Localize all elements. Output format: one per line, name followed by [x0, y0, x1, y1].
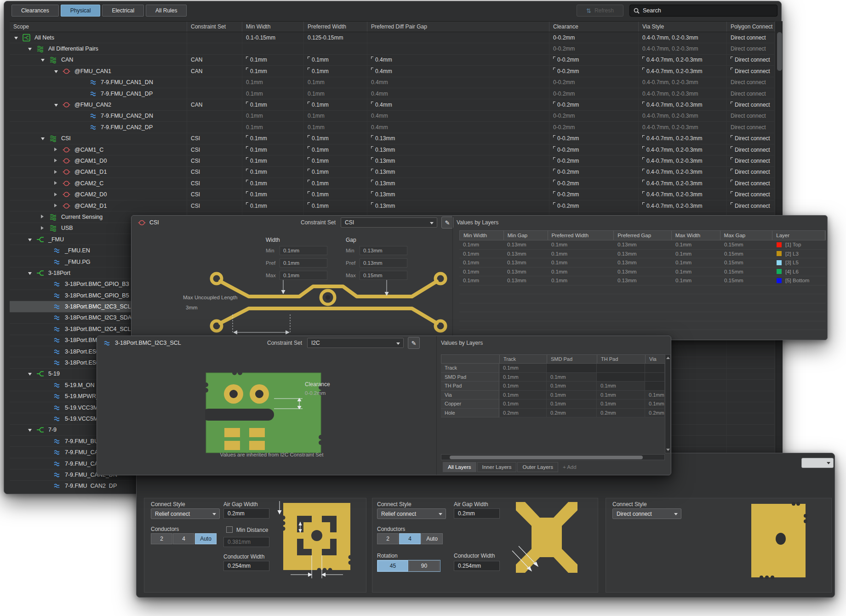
- segment-option-auto[interactable]: Auto: [421, 533, 443, 544]
- column-header[interactable]: Preferred Diff Pair Gap: [367, 22, 549, 32]
- cell-preferred-width[interactable]: 0.1mm: [304, 144, 367, 155]
- layer-value-cell[interactable]: 0.13mm: [503, 276, 548, 285]
- cell-polygon-connect[interactable]: Direct connect: [727, 43, 775, 54]
- matrix-cell[interactable]: [597, 364, 645, 373]
- cell-polygon-connect[interactable]: Direct connect: [727, 200, 775, 211]
- cell-via-style[interactable]: 0.4-0.7mm, 0.2-0.3mm: [639, 155, 727, 166]
- scope-cell[interactable]: @CAM2_C: [10, 178, 187, 188]
- cell-polygon-connect[interactable]: [727, 380, 775, 390]
- matrix-cell[interactable]: [547, 364, 597, 373]
- cell-polygon-connect[interactable]: Direct connect: [727, 99, 775, 110]
- connect-style-dropdown[interactable]: Relief connect: [377, 508, 446, 519]
- matrix-cell[interactable]: 0.1mm: [499, 382, 547, 391]
- cell-constraint-set[interactable]: [187, 32, 242, 43]
- air-gap-width-field[interactable]: 0.2mm: [223, 508, 269, 519]
- cell-via-style[interactable]: 0.4-0.7mm, 0.2-0.3mm: [639, 66, 727, 76]
- layer-tab-outer-layers[interactable]: Outer Layers: [517, 462, 558, 472]
- tab-electrical[interactable]: Electrical: [102, 5, 144, 17]
- column-header[interactable]: Preferred Width: [304, 22, 367, 32]
- layer-value-cell[interactable]: 0.1mm: [459, 240, 503, 249]
- matrix-cell[interactable]: 0.1mm: [645, 391, 665, 400]
- tree-row[interactable]: @CAM1_CCSI0.1mm0.1mm0.13mm0-0.2mm0.4-0.7…: [10, 144, 775, 155]
- cell-diff-pair-gap[interactable]: 0.13mm: [367, 144, 549, 155]
- cell-polygon-connect[interactable]: [727, 346, 775, 357]
- cell-constraint-set[interactable]: [187, 88, 242, 99]
- cell-min-width[interactable]: 0.1mm: [242, 111, 304, 121]
- matrix-horizontal-scrollbar[interactable]: [441, 454, 665, 460]
- cell-preferred-width[interactable]: 0.1mm: [304, 200, 367, 211]
- cell-constraint-set[interactable]: CSI: [187, 178, 242, 188]
- column-header[interactable]: Max Gap: [720, 231, 773, 240]
- matrix-cell[interactable]: 0.2mm: [645, 409, 665, 418]
- layer-value-cell[interactable]: 0.1mm: [459, 250, 503, 258]
- tree-row[interactable]: @CAM1_D0CSI0.1mm0.1mm0.13mm0-0.2mm0.4-0.…: [10, 155, 775, 166]
- cell-diff-pair-gap[interactable]: [367, 32, 549, 43]
- matrix-cell[interactable]: 0.2mm: [499, 409, 547, 418]
- scope-cell[interactable]: @CAM1_D0: [10, 155, 187, 166]
- layer-value-cell[interactable]: 0.1mm: [672, 268, 720, 276]
- layer-value-cell[interactable]: 0.13mm: [503, 250, 548, 258]
- cell-via-style[interactable]: 0.4-0.7mm, 0.2-0.3mm: [639, 77, 727, 88]
- segment-option-auto[interactable]: Auto: [195, 533, 217, 544]
- column-header[interactable]: Min Width: [242, 22, 304, 32]
- cell-clearance[interactable]: 0-0.2mm: [549, 55, 639, 65]
- layer-value-cell[interactable]: 0.1mm: [672, 258, 720, 267]
- cell-clearance[interactable]: 0-0.2mm: [549, 99, 639, 110]
- layer-name-cell[interactable]: [5] Bottom: [773, 276, 826, 285]
- cell-diff-pair-gap[interactable]: 0.4mm: [367, 88, 549, 99]
- layer-value-cell[interactable]: 0.1mm: [459, 258, 503, 267]
- layer-value-cell[interactable]: 0.15mm: [720, 276, 773, 285]
- cell-min-width[interactable]: 0.1mm: [242, 167, 304, 177]
- cell-polygon-connect[interactable]: Direct connect: [727, 122, 775, 132]
- row-header[interactable]: TH Pad: [441, 382, 499, 391]
- column-header[interactable]: Layer: [772, 231, 825, 240]
- cell-min-width[interactable]: 0.1mm: [242, 178, 304, 188]
- tree-row[interactable]: @CAM2_D1CSI0.1mm0.1mm0.13mm0-0.2mm0.4-0.…: [10, 200, 775, 211]
- tree-row[interactable]: 7-9.FMU_CAN2_DN0.1mm0.1mm0.4mm0-0.2mm0.4…: [10, 111, 775, 122]
- cell-polygon-connect[interactable]: [727, 357, 775, 368]
- cell-diff-pair-gap[interactable]: 0.4mm: [367, 77, 549, 88]
- cell-preferred-width[interactable]: 0.1mm: [304, 111, 367, 121]
- cell-via-style[interactable]: 0.4-0.7mm, 0.2-0.3mm: [639, 144, 727, 155]
- tab-physical[interactable]: Physical: [61, 5, 101, 17]
- scroll-up-icon[interactable]: [666, 357, 670, 359]
- collapse-arrow-icon[interactable]: [54, 70, 58, 73]
- layer-value-cell[interactable]: 0.15mm: [720, 250, 773, 258]
- cell-clearance[interactable]: 0-0.2mm: [549, 144, 639, 155]
- cell-constraint-set[interactable]: CSI: [187, 133, 242, 144]
- min-distance-field[interactable]: 0.381mm: [223, 537, 269, 547]
- cell-constraint-set[interactable]: CSI: [187, 155, 242, 166]
- tree-row[interactable]: CSICSI0.1mm0.1mm0.13mm0-0.2mm0.4-0.7mm, …: [10, 133, 775, 144]
- matrix-cell[interactable]: [645, 382, 665, 391]
- cell-min-width[interactable]: 0.1mm: [242, 99, 304, 110]
- cell-min-width[interactable]: 0.1mm: [242, 155, 304, 166]
- tree-row[interactable]: @FMU_CAN2CAN0.1mm0.1mm0.4mm0-0.2mm0.4-0.…: [10, 99, 775, 110]
- layer-value-cell[interactable]: 0.1mm: [672, 276, 720, 285]
- cell-min-width[interactable]: 0.1mm: [242, 77, 304, 88]
- cell-diff-pair-gap[interactable]: 0.13mm: [367, 133, 549, 144]
- refresh-button[interactable]: ⇅ Refresh: [577, 5, 623, 17]
- connect-style-dropdown[interactable]: Relief connect: [151, 508, 220, 519]
- expand-arrow-icon[interactable]: [54, 193, 57, 196]
- tree-row[interactable]: 7-9.FMU_CAN1_DP0.1mm0.1mm0.4mm0-0.2mm0.4…: [10, 88, 775, 99]
- cell-diff-pair-gap[interactable]: 0.4mm: [367, 55, 549, 65]
- cell-polygon-connect[interactable]: Direct connect: [727, 55, 775, 65]
- scope-cell[interactable]: All Nets: [10, 32, 187, 43]
- cell-diff-pair-gap[interactable]: 0.4mm: [367, 122, 549, 132]
- collapse-arrow-icon[interactable]: [54, 104, 58, 107]
- matrix-cell[interactable]: [597, 373, 645, 382]
- layer-value-cell[interactable]: 0.1mm: [548, 250, 614, 258]
- matrix-cell[interactable]: 0.1mm: [547, 399, 597, 409]
- cell-diff-pair-gap[interactable]: [367, 43, 549, 54]
- cell-constraint-set[interactable]: CSI: [187, 144, 242, 155]
- layer-name-cell[interactable]: [4] L6: [773, 268, 826, 276]
- width-min-field[interactable]: 0.1mm: [280, 246, 327, 255]
- cell-polygon-connect[interactable]: [727, 425, 775, 435]
- layer-value-cell[interactable]: 0.1mm: [548, 258, 614, 267]
- cell-polygon-connect[interactable]: [727, 413, 775, 424]
- expand-arrow-icon[interactable]: [54, 181, 57, 185]
- connect-style-dropdown[interactable]: Direct connect: [612, 508, 681, 519]
- matrix-cell[interactable]: 0.1mm: [597, 399, 645, 409]
- cell-min-width[interactable]: 0.1mm: [242, 122, 304, 132]
- layer-name-cell[interactable]: [3] L5: [773, 258, 826, 267]
